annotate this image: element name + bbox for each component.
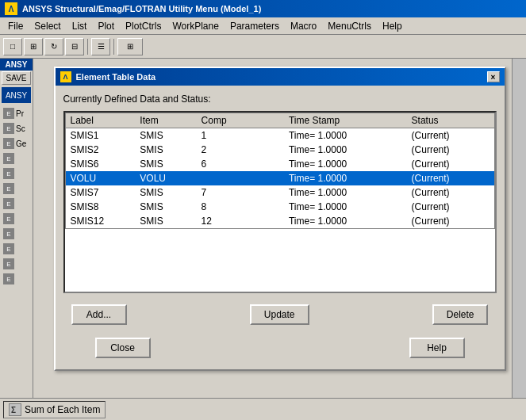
toolbar-btn-grid[interactable]: ⊞ [117, 38, 143, 55]
table-row[interactable]: SMIS8SMIS8Time= 1.0000(Current) [65, 200, 494, 214]
menu-parameters[interactable]: Parameters [225, 19, 284, 33]
table-cell [389, 185, 406, 200]
sidebar-item-10[interactable]: E [2, 242, 31, 256]
menu-list[interactable]: List [67, 19, 92, 33]
toolbar-btn-open[interactable]: ⊞ [24, 38, 43, 55]
col-header-item: Item [135, 113, 196, 128]
toolbar-btn-minus[interactable]: ⊟ [65, 38, 84, 55]
menu-select[interactable]: Select [29, 19, 65, 33]
table-row[interactable]: SMIS6SMIS6Time= 1.0000(Current) [65, 157, 494, 171]
col-header-gap2 [389, 113, 406, 128]
sidebar-item-4[interactable]: E [2, 151, 31, 166]
toolbar-btn-menu[interactable]: ☰ [91, 38, 110, 55]
sidebar-item-11[interactable]: E [2, 257, 31, 271]
menu-plotctrls[interactable]: PlotCtrls [121, 19, 166, 33]
table-cell: (Current) [407, 143, 494, 157]
dialog-close-button[interactable]: × [487, 71, 500, 82]
table-row[interactable]: SMIS12SMIS12Time= 1.0000(Current) [65, 214, 494, 229]
toolbar-btn-new[interactable]: □ [3, 38, 22, 55]
table-cell: VOLU [135, 171, 196, 185]
table-cell: SMIS6 [65, 157, 135, 171]
sidebar-save-btn[interactable]: SAVE [2, 71, 31, 85]
table-cell: SMIS [135, 157, 196, 171]
menu-file[interactable]: File [3, 19, 28, 33]
sidebar-item-sc[interactable]: E Sc [2, 121, 31, 136]
sidebar-top: ANSY [0, 59, 33, 71]
table-row[interactable]: VOLUVOLUTime= 1.0000(Current) [65, 171, 494, 185]
dialog-title-bar: Λ Element Table Data × [56, 68, 505, 86]
col-header-timestamp: Time Stamp [284, 113, 389, 128]
toolbar: □ ⊞ ↻ ⊟ ☰ ⊞ [0, 35, 526, 59]
sidebar-icon-6: E [3, 183, 14, 194]
table-cell [389, 200, 406, 214]
delete-button[interactable]: Delete [432, 304, 489, 325]
sidebar-item-6[interactable]: E [2, 181, 31, 196]
table-cell [249, 128, 284, 143]
sidebar-item-7[interactable]: E [2, 197, 31, 211]
table-cell: Time= 1.0000 [284, 157, 389, 171]
menu-help[interactable]: Help [378, 19, 407, 33]
table-cell: (Current) [407, 171, 494, 185]
table-row[interactable]: SMIS1SMIS1Time= 1.0000(Current) [65, 128, 494, 143]
table-cell: Time= 1.0000 [284, 143, 389, 157]
table-cell: 2 [197, 143, 249, 157]
sidebar-icon-ge: E [3, 138, 14, 149]
toolbar-btn-refresh[interactable]: ↻ [44, 38, 63, 55]
table-cell: SMIS [135, 214, 196, 229]
title-bar: Λ ANSYS Structural/Emag/FLOTRAN Utility … [0, 0, 526, 17]
table-cell: (Current) [407, 214, 494, 229]
table-cell: SMIS12 [65, 214, 135, 229]
sidebar-items: E Pr E Sc E Ge E E E E [0, 105, 33, 420]
table-cell [249, 214, 284, 229]
table-cell: Time= 1.0000 [284, 214, 389, 229]
sum-icon: Σ [9, 403, 21, 416]
dialog-body: Currently Defined Data and Status: Label… [56, 86, 505, 369]
status-item-sum: Σ Sum of Each Item [3, 401, 106, 418]
menu-bar: File Select List Plot PlotCtrls WorkPlan… [0, 17, 526, 35]
toolbar-separator-2 [113, 39, 114, 55]
element-table: Label Item Comp Time Stamp Status [65, 113, 495, 229]
button-row-2: Close Help [63, 334, 497, 361]
menu-macro[interactable]: Macro [286, 19, 321, 33]
table-cell: SMIS7 [65, 185, 135, 200]
table-cell: 8 [197, 200, 249, 214]
update-button[interactable]: Update [250, 304, 309, 325]
table-cell: Time= 1.0000 [284, 171, 389, 185]
sidebar-icon-4: E [3, 153, 14, 164]
element-table-dialog: Λ Element Table Data × Currently Defined… [54, 67, 506, 371]
table-cell: 6 [197, 157, 249, 171]
table-container[interactable]: Label Item Comp Time Stamp Status [63, 111, 497, 293]
status-label: Sum of Each Item [25, 404, 100, 415]
sidebar-item-pr[interactable]: E Pr [2, 106, 31, 120]
menu-plot[interactable]: Plot [93, 19, 119, 33]
sidebar-icon-5: E [3, 168, 14, 179]
sidebar-item-8[interactable]: E [2, 212, 31, 226]
table-row[interactable]: SMIS2SMIS2Time= 1.0000(Current) [65, 143, 494, 157]
sidebar-ansy-label: ANSY [2, 87, 31, 103]
sidebar-icon-9: E [3, 228, 14, 239]
sidebar-icon-8: E [3, 213, 14, 224]
table-cell: SMIS2 [65, 143, 135, 157]
table-cell: 1 [197, 128, 249, 143]
dialog-title-content: Λ Element Table Data [60, 71, 156, 82]
window-title: ANSYS Structural/Emag/FLOTRAN Utility Me… [22, 4, 261, 13]
menu-menuctrls[interactable]: MenuCtrls [323, 19, 376, 33]
button-row-1: Add... Update Delete [63, 301, 497, 328]
toolbar-separator [87, 39, 88, 55]
sidebar-item-ge[interactable]: E Ge [2, 136, 31, 151]
sidebar-icon-pr: E [3, 108, 14, 119]
close-button[interactable]: Close [95, 338, 151, 358]
main-area: ANSY SAVE ANSY E Pr E Sc E Ge E E E [0, 59, 526, 420]
sidebar-item-5[interactable]: E [2, 166, 31, 181]
add-button[interactable]: Add... [71, 304, 127, 325]
sidebar-item-12[interactable]: E [2, 272, 31, 286]
table-cell: Time= 1.0000 [284, 185, 389, 200]
menu-workplane[interactable]: WorkPlane [167, 19, 223, 33]
sidebar-item-9[interactable]: E [2, 227, 31, 241]
table-cell: Time= 1.0000 [284, 128, 389, 143]
table-row[interactable]: SMIS7SMIS7Time= 1.0000(Current) [65, 185, 494, 200]
dialog-overlay: Λ Element Table Data × Currently Defined… [33, 59, 526, 420]
table-cell: SMIS [135, 128, 196, 143]
table-cell [389, 143, 406, 157]
help-button[interactable]: Help [409, 338, 465, 358]
